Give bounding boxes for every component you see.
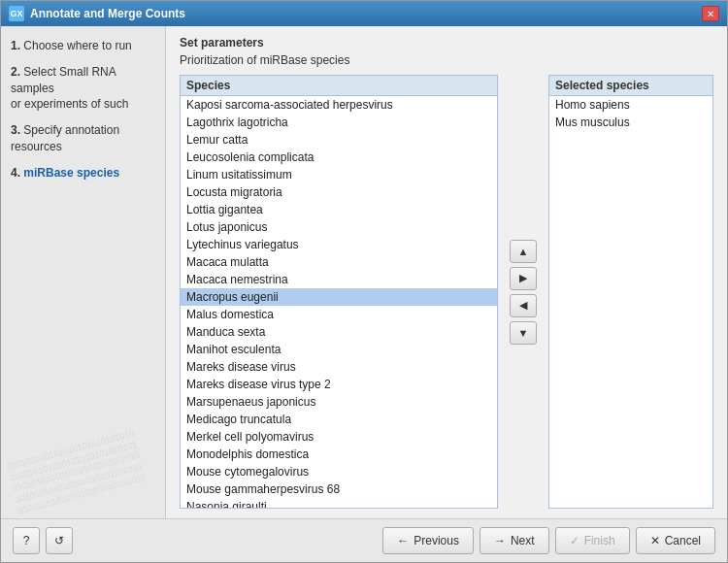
right-arrow-icon: ▶	[519, 272, 527, 284]
title-bar: GX Annotate and Merge Counts ✕	[1, 1, 727, 26]
up-arrow-icon: ▲	[518, 246, 529, 257]
window-close-button[interactable]: ✕	[702, 6, 719, 21]
list-item[interactable]: Macaca mulatta	[181, 253, 497, 271]
list-item[interactable]: Mareks disease virus type 2	[181, 376, 497, 393]
reset-button[interactable]: ↺	[46, 527, 73, 554]
selected-header: Selected species	[548, 75, 713, 95]
left-arrow-icon: ◀	[519, 299, 527, 312]
move-right-button[interactable]: ▶	[510, 267, 537, 290]
list-item[interactable]: Lotus japonicus	[181, 218, 497, 236]
list-item[interactable]: Leucosolenia complicata	[181, 149, 497, 166]
set-params-label: Set parameters	[180, 36, 713, 50]
sidebar-item-step4: 4. miRBase species	[11, 165, 155, 182]
window-title: Annotate and Merge Counts	[30, 7, 696, 20]
list-item[interactable]: Manihot esculenta	[181, 341, 497, 358]
list-item[interactable]: Nasonia giraulti	[181, 498, 497, 509]
selected-panel: Selected species Homo sapiensMus musculu…	[548, 75, 713, 509]
arrows-column: ▲ ▶ ◀ ▼	[506, 75, 541, 509]
list-item[interactable]: Kaposi sarcoma-associated herpesvirus	[181, 96, 497, 114]
footer: ? ↺ ← Previous → Next ✓ Finish ✕ Cancel	[1, 518, 727, 562]
watermark: 010101010101010101010101010 101010101010…	[6, 424, 160, 516]
finish-button[interactable]: ✓ Finish	[555, 527, 630, 554]
previous-button[interactable]: ← Previous	[382, 527, 474, 554]
list-item[interactable]: Medicago truncatula	[181, 411, 497, 428]
list-item[interactable]: Lottia gigantea	[181, 201, 497, 218]
list-item[interactable]: Linum usitatissimum	[181, 166, 497, 183]
selected-list[interactable]: Homo sapiensMus musculus	[548, 95, 713, 509]
species-panel: Species Kaposi sarcoma-associated herpes…	[180, 75, 498, 509]
help-button[interactable]: ?	[13, 527, 40, 554]
prioritization-label: Prioritization of miRBase species	[180, 53, 713, 67]
previous-arrow-icon: ←	[397, 534, 409, 547]
finish-label: Finish	[584, 534, 615, 547]
sidebar-item-step3: 3. Specify annotationresources	[11, 122, 155, 155]
list-item[interactable]: Locusta migratoria	[181, 183, 497, 201]
list-item[interactable]: Merkel cell polyomavirus	[181, 428, 497, 446]
list-item[interactable]: Malus domestica	[181, 306, 497, 323]
species-list[interactable]: Kaposi sarcoma-associated herpesvirusLag…	[180, 95, 498, 509]
down-arrow-icon: ▼	[518, 327, 529, 339]
list-item[interactable]: Mouse gammaherpesvirus 68	[181, 480, 497, 498]
finish-check-icon: ✓	[570, 534, 579, 547]
sidebar-item-step1: 1. Choose where to run	[11, 38, 155, 54]
sidebar-item-step2: 2. Select Small RNA samplesor experiment…	[11, 64, 155, 113]
next-button[interactable]: → Next	[480, 527, 549, 554]
list-item[interactable]: Macropus eugenii	[181, 288, 497, 306]
lists-container: Species Kaposi sarcoma-associated herpes…	[180, 75, 713, 509]
list-item[interactable]: Mareks disease virus	[181, 358, 497, 376]
move-down-button[interactable]: ▼	[510, 321, 537, 345]
list-item[interactable]: Lytechinus variegatus	[181, 236, 497, 253]
list-item[interactable]: Homo sapiens	[549, 96, 712, 114]
next-label: Next	[511, 534, 535, 547]
list-item[interactable]: Mouse cytomegalovirus	[181, 463, 497, 480]
cancel-button[interactable]: ✕ Cancel	[636, 527, 715, 554]
sidebar: 1. Choose where to run 2. Select Small R…	[1, 26, 166, 518]
move-left-button[interactable]: ◀	[510, 294, 537, 317]
app-icon: GX	[9, 6, 24, 21]
next-arrow-icon: →	[494, 534, 506, 547]
list-item[interactable]: Marsupenaeus japonicus	[181, 393, 497, 411]
cancel-x-icon: ✕	[650, 534, 660, 547]
previous-label: Previous	[414, 534, 459, 547]
main-window: GX Annotate and Merge Counts ✕ 1. Choose…	[0, 0, 728, 563]
move-up-button[interactable]: ▲	[510, 240, 537, 263]
right-panel: Set parameters Prioritization of miRBase…	[166, 26, 727, 518]
footer-right: ← Previous → Next ✓ Finish ✕ Cancel	[382, 527, 715, 554]
main-content: 1. Choose where to run 2. Select Small R…	[1, 26, 727, 518]
footer-left: ? ↺	[13, 527, 73, 554]
species-header: Species	[180, 75, 498, 95]
list-item[interactable]: Monodelphis domestica	[181, 446, 497, 463]
list-item[interactable]: Manduca sexta	[181, 323, 497, 341]
list-item[interactable]: Lemur catta	[181, 131, 497, 149]
list-item[interactable]: Macaca nemestrina	[181, 271, 497, 288]
list-item[interactable]: Lagothrix lagotricha	[181, 114, 497, 131]
list-item[interactable]: Mus musculus	[549, 114, 712, 131]
cancel-label: Cancel	[665, 534, 701, 547]
